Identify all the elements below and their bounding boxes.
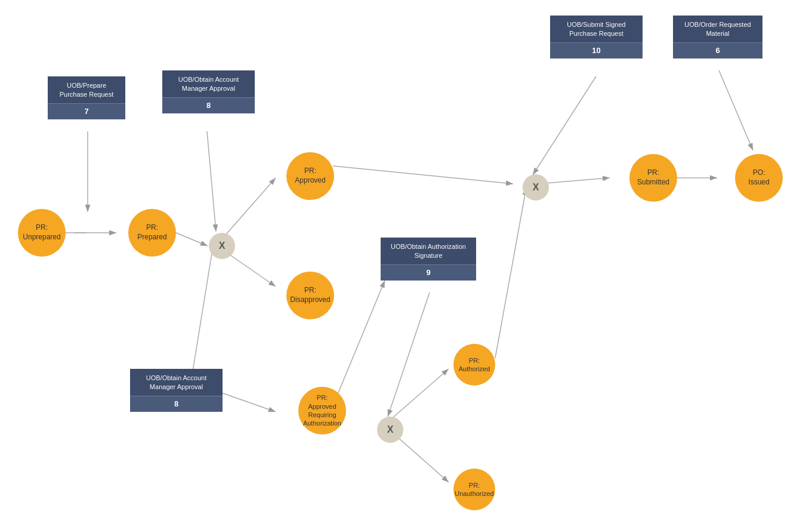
box-obtain-mgr-approval-bottom: UOB/Obtain Account Manager Approval 8 xyxy=(130,369,223,412)
box-submit-signed-pr-title: UOB/Submit Signed Purchase Request xyxy=(550,16,643,42)
svg-line-5 xyxy=(207,131,216,232)
po-issued-node: PO: Issued xyxy=(735,154,783,202)
svg-line-8 xyxy=(191,254,212,382)
gateway3-node: X xyxy=(523,174,549,201)
pr-approved-req-auth-node: PR: Approved Requiring Authorization xyxy=(298,387,346,435)
svg-line-11 xyxy=(393,369,449,418)
pr-unauthorized-circle: PR: Unauthorized xyxy=(453,469,495,510)
svg-line-15 xyxy=(538,178,610,184)
svg-line-18 xyxy=(719,70,753,150)
box-obtain-mgr-top-number: 8 xyxy=(162,97,255,113)
box-prepare-pr: UOB/Prepare Purchase Request 7 xyxy=(48,76,125,119)
pr-prepared-circle: PR: Prepared xyxy=(128,209,176,257)
svg-line-17 xyxy=(533,76,596,175)
svg-line-3 xyxy=(176,233,208,246)
box-submit-signed-pr-number: 10 xyxy=(550,42,643,58)
box-submit-signed-pr: UOB/Submit Signed Purchase Request 10 xyxy=(550,16,643,58)
pr-prepared-node: PR: Prepared xyxy=(128,209,176,257)
pr-approved-req-auth-circle: PR: Approved Requiring Authorization xyxy=(298,387,346,435)
box-prepare-pr-title: UOB/Prepare Purchase Request xyxy=(48,76,125,103)
svg-line-10 xyxy=(388,292,430,417)
pr-unauthorized-node: PR: Unauthorized xyxy=(453,469,495,510)
box-order-material-number: 6 xyxy=(673,42,762,58)
box-obtain-mgr-approval-top: UOB/Obtain Account Manager Approval 8 xyxy=(162,70,255,113)
gateway2-circle: X xyxy=(377,417,403,443)
box-obtain-auth-sig-number: 9 xyxy=(381,264,476,281)
box-obtain-mgr-bottom-number: 8 xyxy=(130,396,223,412)
pr-authorized-node: PR: Authorized xyxy=(453,344,495,386)
gateway2-node: X xyxy=(377,417,403,443)
box-order-material: UOB/Order Requested Material 6 xyxy=(673,16,762,58)
gateway3-circle: X xyxy=(523,174,549,201)
svg-line-13 xyxy=(495,188,526,358)
pr-authorized-circle: PR: Authorized xyxy=(453,344,495,386)
box-order-material-title: UOB/Order Requested Material xyxy=(673,16,762,42)
workflow-diagram: PR: Unprepared PR: Prepared X PR: Approv… xyxy=(0,0,812,530)
pr-disapproved-circle: PR: Disapproved xyxy=(286,272,334,319)
box-obtain-mgr-bottom-title: UOB/Obtain Account Manager Approval xyxy=(130,369,223,396)
gateway1-node: X xyxy=(209,233,235,259)
gateway1-circle: X xyxy=(209,233,235,259)
pr-unprepared-circle: PR: Unprepared xyxy=(18,209,66,257)
box-obtain-auth-sig: UOB/Obtain Authorization Signature 9 xyxy=(381,238,476,281)
svg-line-6 xyxy=(220,178,276,242)
pr-disapproved-node: PR: Disapproved xyxy=(286,272,334,319)
box-prepare-pr-number: 7 xyxy=(48,103,125,119)
pr-unprepared-node: PR: Unprepared xyxy=(18,209,66,257)
box-obtain-auth-sig-title: UOB/Obtain Authorization Signature xyxy=(381,238,476,264)
box-obtain-mgr-top-title: UOB/Obtain Account Manager Approval xyxy=(162,70,255,97)
pr-submitted-node: PR: Submitted xyxy=(629,154,677,202)
po-issued-circle: PO: Issued xyxy=(735,154,783,202)
pr-approved-node: PR: Approved xyxy=(286,152,334,200)
svg-line-14 xyxy=(333,166,513,184)
pr-submitted-circle: PR: Submitted xyxy=(629,154,677,202)
svg-line-19 xyxy=(335,281,385,400)
pr-approved-circle: PR: Approved xyxy=(286,152,334,200)
